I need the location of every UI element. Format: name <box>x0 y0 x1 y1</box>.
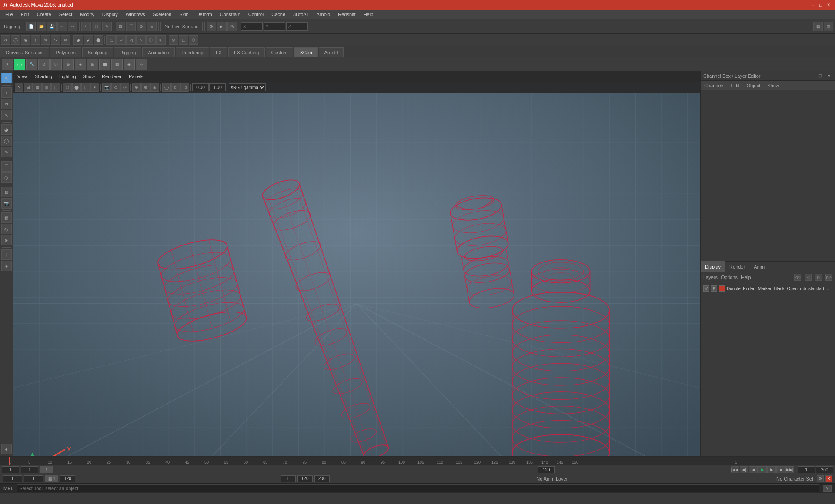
menu-skin[interactable]: Skin <box>176 10 192 19</box>
lt-extra-btn[interactable]: + <box>1 444 12 454</box>
layer-add-btn[interactable]: ◁◁ <box>794 274 801 281</box>
show-settings-button[interactable]: ▦ <box>813 22 823 31</box>
lt-btn-misc2[interactable]: ◈ <box>1 261 12 271</box>
char-set-icon[interactable]: ⚙ <box>817 475 824 482</box>
ipr-button[interactable]: ◎ <box>227 22 237 31</box>
vi-snap1[interactable]: ⊕ <box>132 83 141 92</box>
layer-last-btn[interactable]: ▷▷ <box>825 274 832 281</box>
lt-show-hide[interactable]: ◯ <box>1 136 12 146</box>
tab-xgen[interactable]: XGen <box>294 47 317 57</box>
undo-button[interactable]: ↩ <box>57 22 67 31</box>
shelf-btn12[interactable]: ⊹ <box>136 59 147 70</box>
menu-constrain[interactable]: Constrain <box>217 10 244 19</box>
vi-display2[interactable]: ▷ <box>171 83 180 92</box>
command-input[interactable] <box>17 484 819 492</box>
layer-prev-btn[interactable]: ◁ <box>805 274 812 281</box>
current-frame-input[interactable] <box>2 466 19 473</box>
paint-select-button[interactable]: ✎ <box>102 22 112 31</box>
tb2-snap2[interactable]: ▽ <box>116 35 126 45</box>
render-settings-button[interactable]: ⚙ <box>207 22 216 31</box>
shelf-btn7[interactable]: ◈ <box>75 59 86 70</box>
y-coord-input[interactable] <box>264 22 285 31</box>
prev-key-button[interactable]: ◀| <box>740 466 748 473</box>
vi-cam1[interactable]: 📷 <box>102 83 111 92</box>
viewport-canvas[interactable]: ↖ ⊞ ▦ ▥ ◫ ⬡ ⬤ ◫ ☀ 📷 ◇ ◎ ⊕ ⊕ ⊞ ◯ ▷ <box>13 82 700 456</box>
lt-camera[interactable]: 📷 <box>1 198 12 209</box>
channel-tab-edit[interactable]: Edit <box>728 81 743 90</box>
open-scene-button[interactable]: 📂 <box>37 22 46 31</box>
char-display-btn[interactable]: ▦ 1 <box>45 475 58 482</box>
channel-box-minimize[interactable]: _ <box>808 73 815 80</box>
shelf-btn9[interactable]: ⬤ <box>99 59 110 70</box>
shelf-btn8[interactable]: ⊞ <box>87 59 98 70</box>
render-button[interactable]: ▶ <box>217 22 227 31</box>
snap-view-button[interactable]: ◈ <box>147 22 157 31</box>
current-frame-bc-input[interactable] <box>24 475 43 482</box>
tb2-sculpt[interactable]: 🖌 <box>84 35 93 45</box>
range-end-bc[interactable] <box>297 475 313 482</box>
menu-deform[interactable]: Deform <box>193 10 216 19</box>
tb2-rotate-button[interactable]: ↻ <box>41 35 50 45</box>
lt-settings[interactable]: ⚙ <box>1 235 12 245</box>
snap-point-button[interactable]: ⊕ <box>137 22 146 31</box>
lt-layers[interactable]: ▦ <box>1 212 12 223</box>
tab-curves-surfaces[interactable]: Curves / Surfaces <box>0 47 49 57</box>
shelf-btn3[interactable]: 🔧 <box>26 59 37 70</box>
layer-visibility-toggle[interactable]: V <box>703 285 709 292</box>
autokey-btn[interactable]: K <box>825 475 832 482</box>
end-frame-input[interactable] <box>538 466 555 473</box>
lt-sculpt-tool[interactable]: ⬡ <box>1 172 12 183</box>
vi-view3[interactable]: ▥ <box>42 83 51 92</box>
menu-3dtall[interactable]: 3DtoAll <box>290 10 312 19</box>
shelf-btn2[interactable]: ◯ <box>14 59 25 70</box>
snap-grid-button[interactable]: ⊞ <box>116 22 125 31</box>
shelf-btn5[interactable]: ⬡ <box>50 59 62 70</box>
menu-windows[interactable]: Windows <box>122 10 149 19</box>
vi-snap3[interactable]: ⊞ <box>150 83 159 92</box>
lt-grid-toggle[interactable]: ⊞ <box>1 187 12 197</box>
new-scene-button[interactable]: 📄 <box>26 22 36 31</box>
lt-move-tool[interactable]: ↕ <box>1 87 12 98</box>
vi-wireframe[interactable]: ⬡ <box>63 83 72 92</box>
vi-display1[interactable]: ◯ <box>162 83 171 92</box>
menu-display[interactable]: Display <box>99 10 121 19</box>
vi-iso[interactable]: ◇ <box>111 83 120 92</box>
tab-fx[interactable]: FX <box>210 47 227 57</box>
maximize-button[interactable]: □ <box>818 2 824 8</box>
tb2-btn2[interactable]: ◯ <box>11 35 20 45</box>
tab-polygons[interactable]: Polygons <box>50 47 81 57</box>
tab-fx-caching[interactable]: FX Caching <box>228 47 264 57</box>
next-frame-button[interactable]: ▶ <box>767 466 776 473</box>
display-tab-render[interactable]: Render <box>725 261 749 272</box>
range-start-bc[interactable] <box>281 475 296 482</box>
channel-box-close[interactable]: ✕ <box>825 73 832 80</box>
options-menu[interactable]: Options <box>721 275 738 280</box>
channel-tab-object[interactable]: Object <box>743 81 764 90</box>
tb2-snap3[interactable]: ◁ <box>126 35 136 45</box>
vi-view1[interactable]: ⊞ <box>24 83 33 92</box>
lt-paint[interactable]: ✎ <box>1 147 12 157</box>
layer-color-swatch[interactable] <box>719 285 725 292</box>
live-surface-button[interactable]: No Live Surface <box>160 22 202 31</box>
shelf-btn4[interactable]: ⚙ <box>38 59 50 70</box>
redo-button[interactable]: ↪ <box>68 22 77 31</box>
tb2-btn3[interactable]: ◉ <box>21 35 30 45</box>
vi-view4[interactable]: ◫ <box>51 83 60 92</box>
tb2-universal-button[interactable]: ⊛ <box>61 35 70 45</box>
help-line-btn[interactable]: ? <box>823 485 832 492</box>
lt-btn-misc1[interactable]: ⊹ <box>1 249 12 260</box>
vi-texture[interactable]: ◫ <box>81 83 90 92</box>
save-scene-button[interactable]: 💾 <box>47 22 57 31</box>
frame-input-2[interactable] <box>21 466 38 473</box>
prev-frame-button[interactable]: ◀ <box>749 466 758 473</box>
menu-cache[interactable]: Cache <box>268 10 289 19</box>
display-tab-display[interactable]: Display <box>701 261 725 272</box>
vp-menu-panels[interactable]: Panels <box>126 73 146 80</box>
tab-custom[interactable]: Custom <box>266 47 294 57</box>
minimize-button[interactable]: ─ <box>810 2 816 8</box>
x-coord-input[interactable] <box>241 22 263 31</box>
lt-rotate-tool[interactable]: ↻ <box>1 99 12 109</box>
rigging-dropdown[interactable]: Rigging <box>2 22 22 31</box>
vi-val2-input[interactable] <box>209 83 226 91</box>
vi-xray[interactable]: ◎ <box>120 83 129 92</box>
